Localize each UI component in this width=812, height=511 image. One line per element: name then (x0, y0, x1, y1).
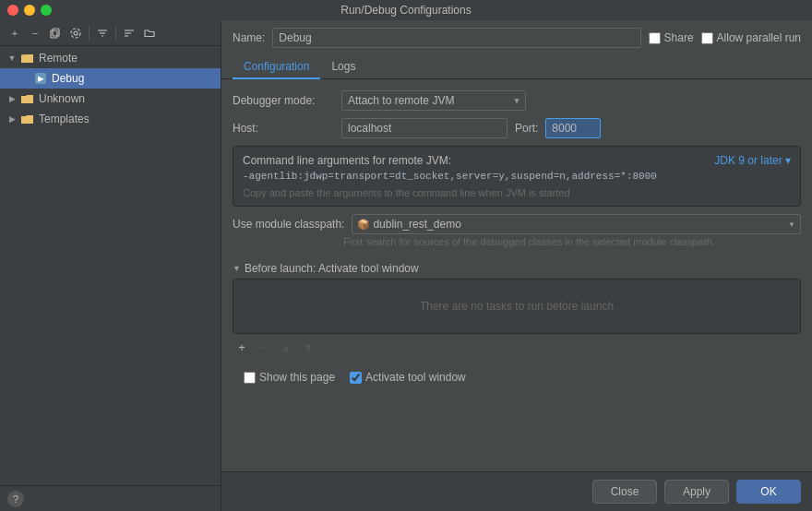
host-port-row: Host: Port: (233, 118, 801, 138)
before-launch-header[interactable]: ▼ Before launch: Activate tool window (233, 258, 801, 279)
tree-arrow-unknown (6, 92, 18, 105)
before-launch-label: Before launch: Activate tool window (245, 262, 419, 275)
window-title: Run/Debug Configurations (340, 4, 471, 17)
tab-configuration[interactable]: Configuration (233, 55, 320, 79)
tree-arrow-remote (6, 52, 18, 65)
command-line-text: -agentlib:jdwp=transport=dt_socket,serve… (243, 171, 791, 182)
before-launch-down-button[interactable]: ▼ (299, 338, 317, 356)
bottom-options: Show this page Activate tool window (233, 363, 801, 391)
share-checkbox[interactable] (649, 32, 661, 44)
sort-config-button[interactable] (120, 24, 138, 42)
sidebar-item-label-remote: Remote (39, 52, 78, 65)
module-select[interactable]: dublin_rest_demo (352, 214, 801, 234)
before-launch-add-button[interactable]: + (233, 338, 251, 356)
module-hint: First search for sources of the debugged… (233, 236, 801, 247)
module-row: Use module classpath: 📦 dublin_rest_demo… (233, 214, 801, 234)
svg-point-2 (74, 31, 78, 35)
show-page-label[interactable]: Show this page (244, 371, 335, 384)
sidebar-toolbar: + − (0, 20, 221, 46)
svg-point-3 (71, 29, 80, 38)
filter-config-button[interactable] (93, 24, 112, 42)
command-line-hint: Copy and paste the arguments to the comm… (243, 187, 791, 198)
footer: Close Apply OK (221, 471, 812, 511)
tree-arrow-templates (6, 113, 18, 125)
host-label: Host: (233, 122, 334, 135)
close-button[interactable]: Close (592, 480, 657, 504)
before-launch-toolbar: + − ▲ ▼ (233, 338, 801, 356)
no-tasks-text: There are no tasks to run before launch (420, 300, 614, 313)
debugger-mode-select[interactable]: Attach to remote JVM Listen to remote JV… (341, 90, 526, 111)
folder-icon-remote (20, 51, 35, 65)
before-launch-remove-button[interactable]: − (255, 338, 273, 356)
port-label: Port: (515, 122, 538, 135)
folder-icon-unknown (20, 91, 35, 106)
name-input[interactable] (272, 28, 640, 48)
sidebar-item-remote[interactable]: Remote (0, 48, 221, 68)
maximize-window-button[interactable] (41, 5, 52, 16)
help-button[interactable]: ? (7, 491, 24, 507)
svg-rect-0 (51, 30, 57, 38)
title-bar: Run/Debug Configurations (0, 0, 812, 20)
minimize-window-button[interactable] (24, 5, 35, 16)
sidebar: + − (0, 20, 221, 511)
remove-config-button[interactable]: − (26, 24, 44, 42)
close-window-button[interactable] (7, 5, 18, 16)
activate-tool-window-text: Activate tool window (365, 371, 466, 384)
sidebar-item-debug[interactable]: ▶ Debug (0, 68, 221, 89)
share-label: Share (664, 31, 694, 44)
settings-config-button[interactable] (66, 24, 85, 42)
command-line-section-title: Command line arguments for remote JVM: J… (243, 154, 791, 167)
sidebar-item-templates[interactable]: Templates (0, 109, 221, 129)
tab-logs[interactable]: Logs (320, 55, 366, 79)
svg-text:▶: ▶ (38, 75, 44, 83)
activate-tool-window-label[interactable]: Activate tool window (350, 371, 466, 384)
svg-rect-1 (53, 29, 59, 36)
command-line-section: Command line arguments for remote JVM: J… (233, 146, 801, 207)
module-classpath-section: Use module classpath: 📦 dublin_rest_demo… (233, 214, 801, 247)
share-checkbox-label[interactable]: Share (649, 31, 694, 44)
show-page-checkbox[interactable] (244, 372, 256, 384)
ok-button[interactable]: OK (736, 480, 801, 504)
add-config-button[interactable]: + (6, 24, 24, 42)
name-label: Name: (233, 31, 265, 44)
before-launch-arrow: ▼ (233, 264, 241, 273)
sidebar-item-label-unknown: Unknown (39, 92, 85, 105)
toolbar-separator-2 (115, 26, 116, 41)
before-launch-up-button[interactable]: ▲ (277, 338, 295, 356)
activate-tool-window-checkbox[interactable] (350, 372, 362, 384)
host-input[interactable] (341, 118, 508, 138)
configuration-tab-content: Debugger mode: Attach to remote JVM List… (221, 79, 812, 471)
sidebar-item-label-templates: Templates (39, 113, 90, 125)
use-module-label: Use module classpath: (233, 218, 344, 231)
sidebar-item-unknown[interactable]: Unknown (0, 89, 221, 109)
before-launch-body: There are no tasks to run before launch (233, 279, 801, 334)
allow-parallel-checkbox[interactable] (701, 32, 713, 44)
allow-parallel-checkbox-label[interactable]: Allow parallel run (701, 31, 801, 44)
sidebar-tree: Remote ▶ Debug Unknown (0, 46, 221, 485)
tabs-bar: Configuration Logs (221, 55, 812, 79)
debugger-mode-label: Debugger mode: (233, 94, 334, 107)
show-page-text: Show this page (259, 371, 335, 384)
folder-icon-templates (20, 112, 35, 126)
copy-config-button[interactable] (46, 24, 65, 42)
debugger-mode-row: Debugger mode: Attach to remote JVM List… (233, 90, 801, 111)
jdk-link[interactable]: JDK 9 or later ▾ (714, 154, 791, 167)
folder-config-button[interactable] (140, 24, 159, 42)
module-select-wrapper: 📦 dublin_rest_demo ▼ (352, 214, 801, 234)
content-area: Name: Share Allow parallel run Configura… (221, 20, 812, 511)
debugger-mode-select-wrapper: Attach to remote JVM Listen to remote JV… (341, 90, 526, 111)
sidebar-bottom: ? (0, 485, 221, 511)
config-icon-debug: ▶ (33, 71, 48, 86)
window-controls (7, 5, 52, 16)
apply-button[interactable]: Apply (664, 480, 729, 504)
port-input[interactable] (545, 118, 601, 138)
toolbar-separator (89, 26, 90, 41)
allow-parallel-label: Allow parallel run (717, 31, 801, 44)
name-row: Name: Share Allow parallel run (221, 20, 812, 55)
command-line-title-text: Command line arguments for remote JVM: (243, 154, 451, 167)
sidebar-item-label-debug: Debug (52, 72, 84, 85)
before-launch-section: ▼ Before launch: Activate tool window Th… (233, 258, 801, 356)
